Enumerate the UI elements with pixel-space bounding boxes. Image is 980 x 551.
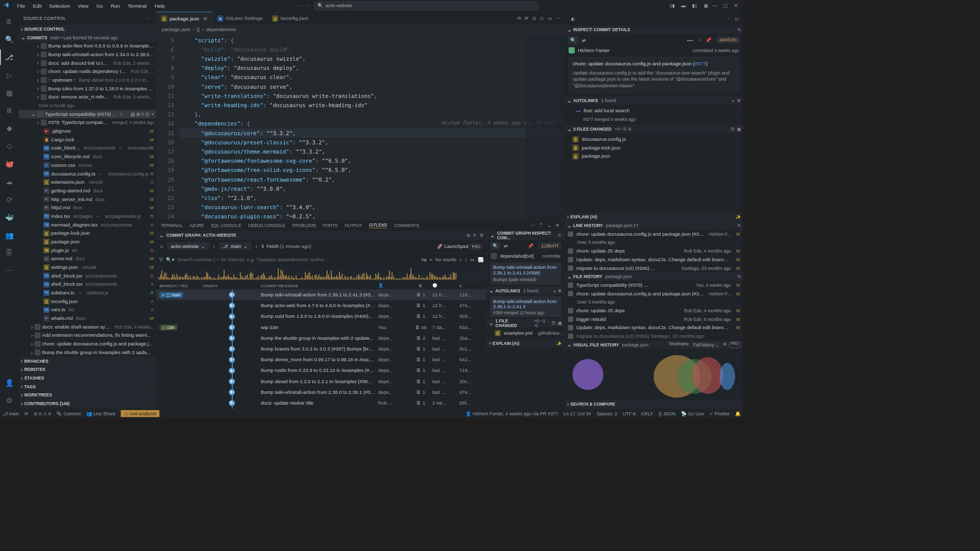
menu-edit[interactable]: Edit (30, 2, 44, 10)
section-source-control[interactable]: SOURCE CONTROL (18, 25, 156, 34)
history-row[interactable]: migrate to docusaurus (v2) (#266) Santia… (565, 332, 743, 341)
file-row[interactable]: {}package.jsonM (18, 238, 156, 246)
menu-terminal[interactable]: Terminal (125, 2, 150, 10)
status-item[interactable]: 🔌 Connect (56, 411, 81, 416)
section-worktrees[interactable]: WORKTREES (18, 391, 156, 399)
gear-icon[interactable]: ⚙ (558, 288, 562, 293)
commit-graph-row[interactable]: ⚪Bump braces from 3.0.2 to 3.0.3 (#397) … (156, 343, 486, 354)
file-row[interactable]: ▾http2.mddocsM (18, 204, 156, 212)
commit-graph-row[interactable]: ▢ i18n⚪wip i18nYou🗎 467 da...83a... (156, 322, 486, 333)
pr-link[interactable]: #377 (695, 61, 706, 66)
visual-file-history[interactable] (569, 352, 739, 398)
history-row[interactable]: migrate to docusaurus (v2) (#266) ...San… (565, 264, 743, 272)
code-line[interactable]: "@docusaurus/preset-classic": "^3.3.2", (180, 138, 565, 147)
code-line[interactable]: "docusaurus-lunr-search": "^3.4.0", (180, 203, 565, 212)
file-row[interactable]: TSmermaid_diagram.tsxsrc/componentsA (18, 220, 156, 229)
commit-search-input[interactable] (177, 257, 418, 263)
code-line[interactable]: "@fortawesome/fontawesome-svg-core": "^6… (180, 156, 565, 165)
code-line[interactable]: "@docusaurus/theme-mermaid": "^3.3.2", (180, 147, 565, 156)
file-row[interactable]: TScode_block.tsxsrc/components←src/compo… (18, 144, 156, 153)
command-center[interactable]: 🔍 actix-website (314, 1, 538, 10)
tree-icon[interactable]: ☰ (552, 320, 556, 325)
repo-picker[interactable]: actix-website ⌄ (167, 242, 209, 251)
next-result-icon[interactable]: ↓ (465, 257, 468, 263)
status-item[interactable]: CRLF (641, 411, 653, 416)
panel-tab-sql-console[interactable]: SQL CONSOLE (211, 223, 241, 228)
warning-icon[interactable]: ⬥ (553, 288, 556, 293)
autolink-item[interactable]: ⊶ feat: add local search (565, 107, 743, 115)
sha-badge[interactable]: 118b47f (538, 242, 561, 249)
panel-close-icon[interactable]: ✕ (555, 222, 559, 228)
back-icon[interactable]: ⟵ (687, 37, 694, 42)
sparkle-icon[interactable]: ✨ (556, 341, 562, 346)
panel-tab-comments[interactable]: COMMENTS (394, 223, 419, 228)
activity-github[interactable]: 🐙 (0, 156, 18, 171)
panel-tab-problems[interactable]: PROBLEMS (292, 223, 316, 228)
window-minimize-icon[interactable]: — (710, 2, 719, 10)
changed-file-row[interactable]: {}package-lock.json (565, 144, 743, 153)
commit-graph-row[interactable]: ⚪Bump actix-web from 4.7.0 to 4.8.0 in /… (156, 300, 486, 311)
popout-icon[interactable]: ⧉ (467, 233, 470, 238)
commit-row[interactable]: docs: enable shell-session syntaxRob Ede… (18, 322, 156, 331)
code-line[interactable]: "clear": "docusaurus clear", (180, 73, 565, 82)
menu-help[interactable]: Help (152, 2, 168, 10)
code-line[interactable]: "clsx": "^2.1.0", (180, 193, 565, 203)
diff-view-icon[interactable]: ⟲ (517, 16, 521, 21)
file-row[interactable]: ◆.gitignoreM (18, 127, 156, 136)
history-row[interactable]: Update: deps, markdown syntax, docuCtx. … (565, 255, 743, 264)
activity-gitlens-1[interactable]: ◆ (0, 121, 18, 136)
panel-tab-output[interactable]: OUTPUT (345, 223, 362, 228)
activity-gitlens-2[interactable]: ◇ (0, 138, 18, 154)
changed-file-row[interactable]: {}package.json (565, 152, 743, 161)
filter-icon[interactable]: ▽ (159, 257, 163, 263)
code-line[interactable]: "@mdx-js/react": "^3.0.0", (180, 184, 565, 193)
code-editor[interactable]: 56789101112131415161718192021222324 "scr… (156, 34, 564, 220)
code-line[interactable]: "write-translations": "docusaurus write-… (180, 91, 565, 101)
popout-icon[interactable]: ⧉ (723, 341, 726, 348)
nav-back-icon[interactable]: ← (297, 3, 302, 9)
history-row[interactable]: chore: update docusaurus.config.js and p… (565, 230, 743, 238)
collapse-icon[interactable]: ▭ (470, 257, 474, 263)
window-close-icon[interactable]: ✕ (731, 2, 740, 10)
breadcrumb-segment[interactable]: dependencies (206, 27, 236, 33)
status-item[interactable]: Ln 17, Col 34 (564, 411, 591, 416)
panel-more-icon[interactable]: ⋯ (726, 16, 731, 21)
menu-run[interactable]: Run (108, 2, 123, 10)
activity-live-share[interactable]: 👥 (0, 228, 18, 243)
layout-sidebar-left-icon[interactable]: ▯▮ (667, 2, 677, 10)
panel-tab-azure[interactable]: AZURE (189, 223, 204, 228)
sha-badge[interactable]: a04f1bb (716, 36, 740, 43)
commit-row[interactable]: ↑ upstream ↑Bump diesel from 2.1.6 to 2.… (18, 76, 156, 85)
commit-graph-row[interactable]: ⚪Bump taiki-e/install-action from 2.38.0… (156, 387, 486, 397)
swap-icon[interactable]: ⇄ (582, 37, 586, 42)
menu-selection[interactable]: Selection (46, 2, 74, 10)
branch-picker[interactable]: ⎇ main ⌄ (218, 242, 252, 251)
panel-tab-terminal[interactable]: TERMINAL (161, 223, 182, 228)
file-row[interactable]: ▾getting-started.mddocsM (18, 187, 156, 195)
refresh-icon[interactable]: ↻ (738, 27, 741, 32)
status-item[interactable]: 📡 Go Live (681, 411, 704, 416)
commit-row[interactable]: Over a month ago (18, 102, 156, 110)
status-rust-analyzer[interactable]: ⚠ rust-analyzer (121, 410, 160, 417)
commit-graph-row[interactable]: ⚪Bump rustls from 0.23.9 to 0.23.10 in /… (156, 365, 486, 376)
search-icon[interactable]: 🔍 (490, 242, 500, 249)
code-line[interactable]: "@docusaurus/core": "^3.3.2", (180, 129, 565, 138)
commit-row[interactable]: docs: add discord link to top barRob Ede… (18, 59, 156, 67)
file-row[interactable]: TSshell_block.tsxsrc/componentsA (18, 280, 156, 289)
status-item[interactable]: 👥 Live Share (86, 411, 115, 416)
commit-graph-row[interactable]: ⚪Bump diesel from 2.2.0 to 2.2.1 in /exa… (156, 376, 486, 387)
commit-row[interactable]: #379: TypeScript compatibilitymerged, 4 … (18, 118, 156, 127)
status-item[interactable]: 👤 Hichem Fantar, 4 weeks ago via PR #377 (465, 411, 558, 416)
commit-row[interactable]: Bump actix-files from 0.6.5 to 0.6.6 in … (18, 42, 156, 51)
commit-graph-row[interactable]: ⚪Bump the shuttle group in /examples wit… (156, 333, 486, 343)
gear-icon[interactable]: ⚙ (737, 98, 741, 104)
refresh-icon[interactable]: ↻ (473, 233, 477, 238)
activity-settings[interactable]: ⚙ (0, 393, 18, 408)
pin-icon[interactable]: 📌 (528, 243, 533, 248)
more-icon[interactable]: ⋯ (556, 16, 560, 21)
status-item[interactable]: Spaces: 2 (597, 411, 617, 416)
activity-gitlens-history[interactable]: ⟳ (0, 192, 18, 207)
refresh-icon[interactable]: ↻ (558, 233, 561, 238)
code-line[interactable]: "docusaurus-plugin-sass": "~0.2.5", (180, 212, 565, 221)
search-icon[interactable]: 🔍▾ (166, 257, 174, 263)
